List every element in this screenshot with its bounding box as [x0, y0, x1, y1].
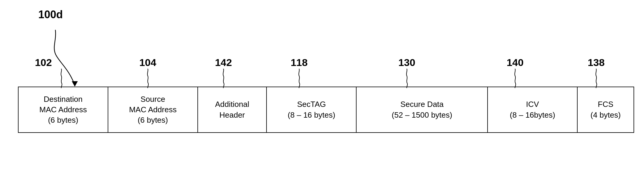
ref-142: 142: [215, 57, 232, 68]
diagram-container: 100d 102 104 142 118 130 140 138: [0, 0, 644, 189]
ref-138: 138: [588, 57, 605, 68]
cell-fcs: FCS(4 bytes): [578, 87, 634, 132]
cell-src-mac: SourceMAC Address(6 bytes): [108, 87, 198, 132]
frame-row: DestinationMAC Address(6 bytes) SourceMA…: [18, 87, 634, 133]
cell-secure-data: Secure Data(52 – 1500 bytes): [357, 87, 488, 132]
ref-118: 118: [291, 57, 308, 68]
ref-130: 130: [398, 57, 415, 68]
cell-sectag: SecTAG(8 – 16 bytes): [267, 87, 357, 132]
ref-104: 104: [139, 57, 156, 68]
figure-label: 100d: [38, 8, 63, 21]
ref-102: 102: [35, 57, 52, 68]
ref-140: 140: [507, 57, 524, 68]
cell-add-header: AdditionalHeader: [198, 87, 267, 132]
squiggle-lines: [18, 69, 634, 88]
cell-dest-mac: DestinationMAC Address(6 bytes): [19, 87, 108, 132]
cell-icv: ICV(8 – 16bytes): [488, 87, 578, 132]
svg-marker-0: [72, 81, 78, 87]
